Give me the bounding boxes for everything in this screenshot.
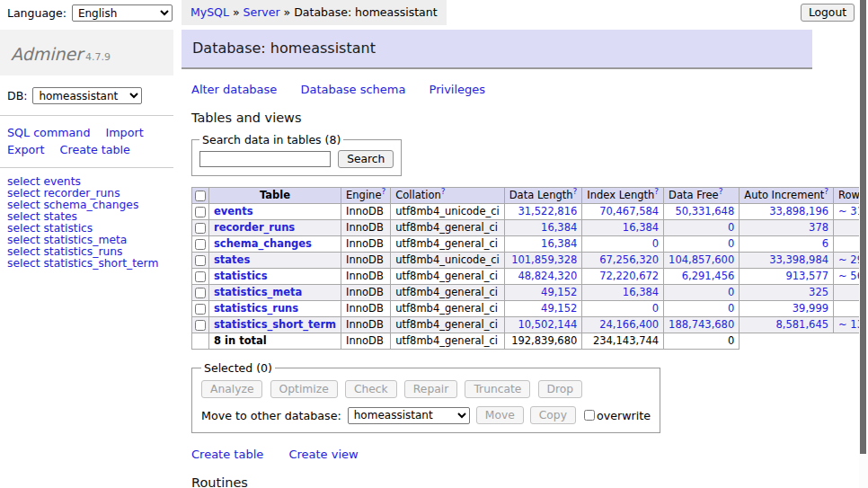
vertical-scrollbar[interactable]: [859, 0, 868, 488]
row-checkbox[interactable]: [195, 288, 206, 298]
help-icon[interactable]: ?: [441, 187, 446, 196]
create-links: Create table Create view: [191, 448, 812, 461]
cell-auto-increment: 33,398,984: [740, 253, 834, 269]
help-icon[interactable]: ?: [719, 187, 723, 196]
alter-database-link[interactable]: Alter database: [191, 83, 277, 96]
create-view-link[interactable]: Create view: [288, 448, 358, 461]
cell-collation: utf8mb4_general_ci: [391, 220, 505, 236]
db-select[interactable]: homeassistant: [32, 87, 142, 104]
cell-data-free: 188,743,680: [664, 317, 740, 333]
table-row: schema_changes InnoDB utf8mb4_general_ci…: [192, 236, 868, 253]
sql-command-link[interactable]: SQL command: [7, 126, 90, 139]
cell-data-length: 49,152: [504, 285, 582, 301]
search-button[interactable]: Search: [338, 150, 394, 168]
cell-auto-increment: 33,898,196: [740, 204, 834, 220]
language-select[interactable]: English: [72, 4, 173, 22]
drop-button[interactable]: Drop: [538, 380, 583, 398]
move-button[interactable]: Move: [476, 406, 524, 424]
sidebar-item-select-schema-changes[interactable]: select schema_changes: [7, 199, 138, 211]
row-checkbox[interactable]: [195, 239, 206, 250]
export-link[interactable]: Export: [7, 143, 45, 156]
table-row: statistics_short_term InnoDB utf8mb4_gen…: [192, 317, 868, 333]
cell-engine: InnoDB: [341, 301, 391, 317]
breadcrumb-separator: »: [284, 5, 291, 19]
table-link-events[interactable]: events: [214, 205, 253, 217]
cell-collation: utf8mb4_general_ci: [391, 236, 505, 253]
sidebar-item-select-recorder-runs[interactable]: select recorder_runs: [7, 187, 120, 200]
row-checkbox[interactable]: [195, 207, 206, 217]
table-link-recorder-runs[interactable]: recorder_runs: [214, 221, 295, 234]
database-schema-link[interactable]: Database schema: [301, 83, 406, 96]
scrollbar-thumb[interactable]: [860, 0, 866, 454]
breadcrumb-separator: »: [233, 5, 240, 19]
cell-engine: InnoDB: [341, 236, 391, 253]
move-database-select[interactable]: homeassistant: [348, 407, 470, 424]
check-button[interactable]: Check: [345, 380, 397, 398]
help-icon[interactable]: ?: [573, 187, 578, 196]
analyze-button[interactable]: Analyze: [201, 380, 262, 398]
selected-fieldset: Selected (0) Analyze Optimize Check Repa…: [191, 361, 660, 433]
help-icon[interactable]: ?: [824, 187, 828, 196]
cell-collation: utf8mb4_general_ci: [391, 285, 505, 301]
cell-data-free: 50,331,648: [664, 204, 740, 220]
table-link-statistics-runs[interactable]: statistics_runs: [214, 302, 298, 315]
cell-index-length: 0: [582, 301, 664, 317]
copy-button[interactable]: Copy: [530, 406, 576, 424]
cell-data-free: 104,857,600: [664, 253, 740, 269]
sidebar: Language: English Adminer4.7.9 DB: homea…: [0, 0, 173, 270]
cell-engine: InnoDB: [341, 220, 391, 236]
breadcrumb-mysql-link[interactable]: MySQL: [190, 5, 229, 19]
overwrite-label: overwrite: [597, 409, 651, 422]
total-data-free: 0: [664, 333, 740, 350]
repair-button[interactable]: Repair: [404, 380, 457, 398]
cell-index-length: 72,220,672: [582, 269, 664, 285]
cell-auto-increment: 6: [740, 236, 834, 253]
page-title: Database: homeassistant: [182, 30, 812, 69]
help-icon[interactable]: ?: [654, 187, 659, 196]
cell-auto-increment: 325: [740, 285, 834, 301]
sidebar-item-select-statistics[interactable]: select statistics: [7, 222, 93, 235]
logout-button[interactable]: Logout: [801, 4, 855, 22]
cell-data-length: 48,824,320: [504, 269, 582, 285]
row-checkbox[interactable]: [195, 271, 206, 282]
help-icon[interactable]: ?: [381, 187, 385, 196]
create-table-link-sidebar[interactable]: Create table: [60, 143, 130, 156]
sidebar-item-select-states[interactable]: select states: [7, 210, 77, 223]
select-all-checkbox[interactable]: [195, 191, 206, 201]
cell-data-length: 16,384: [504, 236, 582, 253]
search-input[interactable]: [199, 151, 331, 167]
truncate-button[interactable]: Truncate: [465, 380, 530, 398]
table-row: statistics InnoDB utf8mb4_general_ci 48,…: [192, 269, 868, 285]
table-link-statistics[interactable]: statistics: [214, 270, 268, 282]
table-link-schema-changes[interactable]: schema_changes: [214, 237, 312, 250]
row-checkbox[interactable]: [195, 304, 206, 315]
sidebar-item-select-events[interactable]: select events: [7, 175, 81, 188]
table-link-statistics-meta[interactable]: statistics_meta: [214, 286, 302, 298]
sidebar-divider: [0, 115, 173, 116]
row-checkbox[interactable]: [195, 223, 206, 234]
sidebar-item-select-statistics-short-term[interactable]: select statistics_short_term: [7, 257, 158, 270]
create-table-link[interactable]: Create table: [191, 448, 263, 461]
import-link[interactable]: Import: [106, 126, 144, 139]
overwrite-checkbox[interactable]: [584, 410, 595, 421]
sidebar-item-select-statistics-meta[interactable]: select statistics_meta: [7, 234, 127, 246]
sidebar-item-select-statistics-runs[interactable]: select statistics_runs: [7, 245, 122, 258]
db-label: DB:: [7, 89, 27, 102]
cell-collation: utf8mb4_general_ci: [391, 301, 505, 317]
tables-and-views-heading: Tables and views: [191, 111, 812, 125]
cell-data-length: 31,522,816: [504, 204, 582, 220]
cell-auto-increment: 913,577: [740, 269, 834, 285]
cell-collation: utf8mb4_general_ci: [391, 317, 505, 333]
adminer-logo-text: Adminer: [11, 44, 83, 64]
table-link-statistics-short-term[interactable]: statistics_short_term: [214, 318, 336, 331]
privileges-link[interactable]: Privileges: [430, 83, 486, 96]
row-checkbox[interactable]: [195, 320, 206, 331]
row-checkbox[interactable]: [195, 255, 206, 266]
optimize-button[interactable]: Optimize: [270, 380, 338, 398]
column-header-collation: Collation: [395, 189, 441, 201]
table-link-states[interactable]: states: [214, 253, 250, 266]
breadcrumb-server-link[interactable]: Server: [244, 5, 280, 19]
cell-engine: InnoDB: [341, 317, 391, 333]
cell-index-length: 67,256,320: [582, 253, 664, 269]
adminer-version: 4.7.9: [85, 51, 111, 63]
